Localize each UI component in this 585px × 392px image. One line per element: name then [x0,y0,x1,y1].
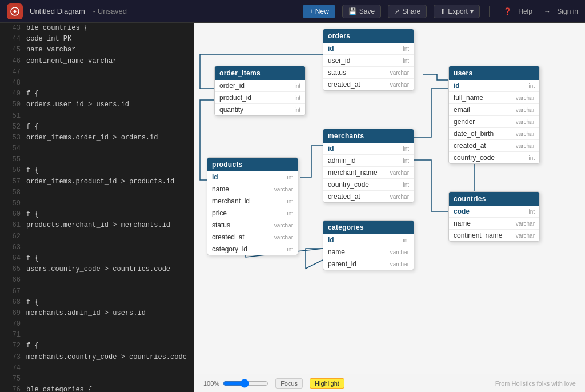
table-row: user_id int [323,55,414,67]
diagram-title: Untitled Diagram [30,7,85,15]
help-icon: ❓ [503,7,512,15]
code-line: 57order_items.product_id > products.id [0,177,194,187]
zoom-slider[interactable] [223,379,269,388]
share-icon: ↗ [394,7,400,15]
code-line: 63 [0,242,194,253]
code-line: 71 [0,330,194,341]
table-row: continent_name varchar [449,230,539,241]
table-header-merchants: merchants [323,129,414,143]
table-users[interactable]: users id int full_name varchar email var… [448,66,540,164]
chevron-down-icon: ▾ [470,7,474,15]
table-row: price int [207,207,298,219]
code-line: 74 [0,363,194,374]
table-row: created_at varchar [323,191,414,202]
table-row: id int [323,143,414,155]
table-header-countries: countries [449,192,539,206]
code-line: 62 [0,231,194,242]
table-header-orders: orders [323,29,414,43]
table-row: gender varchar [449,116,539,128]
table-row: date_of_birth varchar [449,128,539,140]
table-categories[interactable]: categories id int name varchar parent_id… [323,220,414,270]
attribution-text: From Holistics folks with love [495,380,576,387]
diagram-panel[interactable]: orders id int user_id int status varchar… [194,23,585,392]
main-layout: 43ble countries {44code int PK45name var… [0,23,585,392]
table-row: name varchar [207,183,298,195]
code-line: 44code int PK [0,34,194,45]
code-line: 59 [0,198,194,209]
table-header-order_items: order_Items [215,66,305,80]
code-line: 70 [0,319,194,330]
code-line: 55 [0,154,194,165]
table-products[interactable]: products id int name varchar merchant_id… [207,157,298,255]
table-row: id int [449,80,539,92]
code-line: 54 [0,143,194,154]
table-countries[interactable]: countries code int name varchar continen… [448,191,540,242]
code-line: 51 [0,111,194,122]
table-row: id int [323,234,414,246]
highlight-button[interactable]: Highlight [310,378,344,389]
topbar: Untitled Diagram - Unsaved + New 💾 Save … [0,0,585,23]
code-line: 67 [0,286,194,297]
unsaved-label: - Unsaved [93,7,127,15]
signin-icon: → [544,7,551,15]
table-orders[interactable]: orders id int user_id int status varchar… [323,29,414,91]
share-button[interactable]: ↗ Share [388,5,427,18]
code-line: 75 [0,374,194,385]
table-order_items[interactable]: order_Items order_id int product_id int … [214,66,306,116]
table-row: created_at varchar [323,79,414,90]
code-line: 60f { [0,209,194,220]
table-row: country_code int [449,152,539,163]
table-row: created_at varchar [207,231,298,243]
code-line: 46continent_name varchar [0,56,194,67]
table-row: admin_id int [323,155,414,167]
code-line: 56f { [0,165,194,176]
table-row: email varchar [449,104,539,116]
code-line: 72f { [0,341,194,351]
table-row: status varchar [207,219,298,231]
code-line: 49f { [0,89,194,99]
table-row: code int [449,206,539,218]
export-button[interactable]: ⬆ Export ▾ [434,5,480,18]
code-line: 53order_items.order_id > orders.id [0,133,194,143]
table-header-users: users [449,66,539,80]
signin-button[interactable]: → Sign in [539,7,578,15]
table-row: category_id int [207,243,298,255]
table-row: name varchar [449,218,539,230]
code-line: 64f { [0,253,194,264]
code-line: 58 [0,187,194,198]
table-row: name varchar [323,246,414,258]
zoom-controls: 100% [203,379,269,388]
table-header-categories: categories [323,221,414,234]
table-header-products: products [207,158,298,171]
table-row: full_name varchar [449,92,539,104]
table-row: country_code int [323,179,414,191]
help-button[interactable]: ❓ Help [499,7,532,15]
focus-button[interactable]: Focus [275,378,303,389]
table-row: merchant_name varchar [323,167,414,179]
code-line: 65users.country_code > countries.code [0,264,194,275]
app-logo [7,3,23,19]
table-row: product_id int [215,92,305,104]
code-line: 48 [0,78,194,89]
bottom-bar: 100% Focus Highlight From Holistics folk… [194,374,585,392]
code-line: 69merchants.admin_id > users.id [0,308,194,319]
save-icon: 💾 [348,7,357,15]
table-row: status varchar [323,67,414,79]
code-line: 45name varchar [0,45,194,55]
code-line: 73merchants.country_code > countries.cod… [0,352,194,363]
code-line: 52f { [0,122,194,133]
table-row: id int [207,171,298,183]
table-row: quantity int [215,104,305,115]
code-panel[interactable]: 43ble countries {44code int PK45name var… [0,23,194,392]
code-line: 66 [0,275,194,286]
code-line: 76ble categories { [0,385,194,392]
save-button[interactable]: 💾 Save [342,5,381,18]
table-merchants[interactable]: merchants id int admin_id int merchant_n… [323,129,414,203]
table-row: parent_id varchar [323,258,414,270]
table-row: merchant_id int [207,195,298,207]
table-row: order_id int [215,80,305,92]
new-button[interactable]: + New [303,5,335,18]
table-row: id int [323,43,414,55]
table-row: created_at varchar [449,140,539,152]
code-line: 68f { [0,297,194,308]
